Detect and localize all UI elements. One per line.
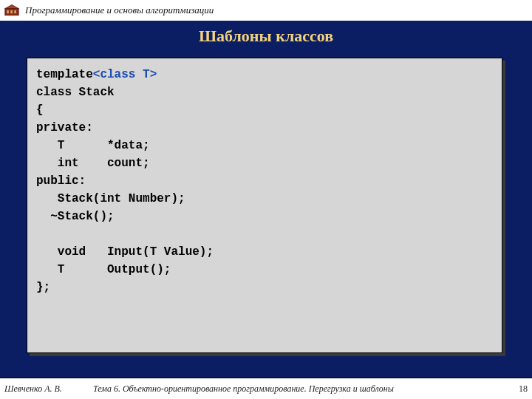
author-label: Шевченко А. В. — [4, 383, 93, 395]
course-title: Программирование и основы алгоритмизации — [25, 4, 214, 16]
topic-label: Тема 6. Объектно-ориентированное програм… — [93, 383, 505, 395]
slide-title: Шаблоны классов — [0, 21, 532, 53]
logo-icon — [4, 4, 19, 16]
bottom-bar: Шевченко А. В. Тема 6. Объектно-ориентир… — [0, 378, 532, 399]
code-text: template<class T> class Stack { private:… — [36, 66, 493, 296]
code-block: template<class T> class Stack { private:… — [27, 58, 502, 353]
svg-rect-3 — [10, 10, 12, 13]
svg-marker-1 — [5, 5, 18, 9]
svg-rect-4 — [14, 10, 16, 13]
top-bar: Программирование и основы алгоритмизации — [0, 0, 532, 21]
slide-body: Шаблоны классов template<class T> class … — [0, 21, 532, 378]
page-number: 18 — [505, 383, 528, 395]
slide-page: Программирование и основы алгоритмизации… — [0, 0, 532, 399]
svg-rect-2 — [7, 10, 9, 13]
